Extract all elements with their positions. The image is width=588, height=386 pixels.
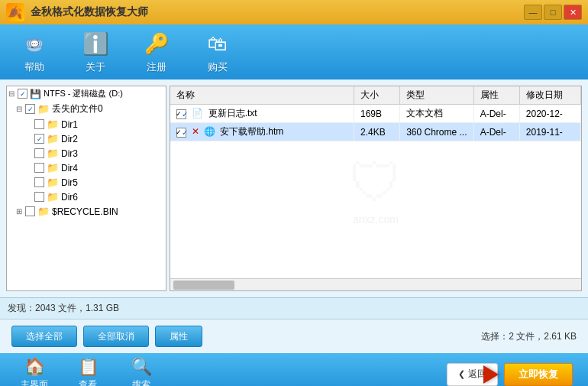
checkbox-root[interactable]: ✓ (18, 89, 27, 99)
watermark-text: anxz.com (353, 213, 399, 225)
checkbox-lost[interactable]: ✓ (25, 104, 35, 114)
nav-home[interactable]: 🏠 主界面 (15, 357, 53, 386)
view-label: 查看 (79, 378, 97, 386)
folder-icon-dir2: 📁 (47, 133, 59, 144)
watermark-shield-icon: 🛡 (349, 152, 402, 213)
expand-icon-root[interactable]: ⊟ (8, 89, 16, 98)
file-date-1: 2020-12- (519, 105, 580, 123)
tree-label-dir1: Dir1 (61, 119, 78, 130)
tree-item-dir5[interactable]: 📁 Dir5 (7, 175, 166, 190)
title-bar: 🍂 金秋格式化数据恢复大师 — □ ✕ (0, 0, 588, 24)
checkbox-dir3[interactable] (34, 148, 44, 158)
toolbar-register[interactable]: 🔑 注册 (137, 30, 176, 74)
help-icon: 💬 (21, 30, 48, 57)
tree-item-recycle[interactable]: ⊞ 📁 $RECYCLE.BIN (7, 204, 166, 219)
scrollbar-horizontal[interactable] (170, 278, 581, 290)
folder-icon-dir6: 📁 (47, 191, 59, 203)
recover-button[interactable]: 立即恢复 (504, 363, 573, 386)
col-attr[interactable]: 属性 (473, 86, 519, 105)
file-icon-htm: 🌐 (204, 126, 215, 137)
buy-label: 购买 (208, 60, 228, 74)
tree-item-dir1[interactable]: 📁 Dir1 (7, 117, 166, 131)
tree-item-dir2[interactable]: ✓ 📁 Dir2 (7, 131, 166, 146)
close-button[interactable]: ✕ (564, 5, 582, 20)
deselect-all-button[interactable]: 全部取消 (83, 326, 149, 347)
tree-label-dir2: Dir2 (61, 134, 78, 144)
content-area: ⊟ ✓ 💾 NTFS - 逻辑磁盘 (D:) ⊟ ✓ 📁 丢失的文件0 📁 Di… (0, 79, 588, 297)
home-icon: 🏠 (24, 357, 45, 377)
status-bar: 发现：2043 文件，1.31 GB (0, 297, 588, 319)
tree-panel[interactable]: ⊟ ✓ 💾 NTFS - 逻辑磁盘 (D:) ⊟ ✓ 📁 丢失的文件0 📁 Di… (6, 86, 166, 291)
drive-icon: 💾 (30, 89, 41, 99)
file-table: 名称 大小 类型 属性 修改日期 ✓ 📄 更新日志.txt 169B 文本文档 (170, 86, 581, 141)
minimize-button[interactable]: — (524, 5, 542, 20)
checkbox-dir6[interactable] (34, 192, 44, 202)
file-panel[interactable]: 🛡 anxz.com 名称 大小 类型 属性 修改日期 ✓ 📄 更新日志 (170, 86, 582, 291)
col-size[interactable]: 大小 (354, 86, 400, 105)
nav-right: ❮ 返回 立即恢复 (447, 363, 573, 386)
checkbox-recycle[interactable] (25, 206, 35, 216)
tree-label-recycle: $RECYCLE.BIN (52, 206, 118, 217)
file-x-icon: ✕ (192, 126, 199, 137)
tree-item-dir6[interactable]: 📁 Dir6 (7, 190, 166, 204)
file-name-2: 安下载帮助.htm (220, 126, 283, 137)
checkbox-dir5[interactable] (34, 177, 44, 187)
scrollbar-thumb[interactable] (173, 281, 234, 290)
register-icon: 🔑 (143, 30, 170, 57)
file-row[interactable]: ✓ ✕ 🌐 安下载帮助.htm 2.4KB 360 Chrome ... A-D… (170, 123, 581, 141)
expand-icon-recycle[interactable]: ⊞ (16, 207, 24, 216)
tree-item-root[interactable]: ⊟ ✓ 💾 NTFS - 逻辑磁盘 (D:) (7, 86, 166, 101)
nav-bar: 🏠 主界面 📋 查看 🔍 搜索 ❮ 返回 立即恢复 (0, 353, 588, 386)
checkbox-dir2[interactable]: ✓ (34, 134, 44, 144)
folder-icon-lost: 📁 (37, 103, 50, 115)
select-info: 选择：2 文件，2.61 KB (481, 330, 577, 343)
tree-label-dir4: Dir4 (61, 163, 78, 174)
file-icon-txt: 📄 (192, 108, 203, 118)
file-size-2: 2.4KB (354, 123, 400, 141)
about-label: 关于 (86, 60, 105, 74)
nav-search[interactable]: 🔍 搜索 (122, 357, 160, 386)
tree-label-root: NTFS - 逻辑磁盘 (D:) (44, 88, 123, 99)
search-icon: 🔍 (131, 357, 152, 377)
folder-icon-dir4: 📁 (47, 162, 59, 174)
toolbar-help[interactable]: 💬 帮助 (15, 30, 53, 74)
properties-button[interactable]: 属性 (155, 326, 202, 347)
maximize-button[interactable]: □ (544, 5, 562, 20)
file-attr-2: A-Del- (473, 123, 519, 141)
file-attr-1: A-Del- (473, 105, 519, 123)
file-date-2: 2019-11- (519, 123, 580, 141)
nav-view[interactable]: 📋 查看 (69, 357, 107, 386)
col-date[interactable]: 修改日期 (519, 86, 580, 105)
col-name[interactable]: 名称 (170, 86, 354, 105)
toolbar-buy[interactable]: 🛍 购买 (199, 30, 237, 74)
toolbar: 💬 帮助 ℹ️ 关于 🔑 注册 🛍 购买 (0, 24, 588, 79)
status-text: 发现：2043 文件，1.31 GB (8, 302, 119, 315)
tree-item-dir4[interactable]: 📁 Dir4 (7, 161, 166, 175)
checkbox-dir1[interactable] (34, 119, 44, 129)
nav-items: 🏠 主界面 📋 查看 🔍 搜索 (15, 357, 160, 386)
file-name-1: 更新日志.txt (208, 108, 257, 118)
expand-icon-lost[interactable]: ⊟ (16, 105, 24, 113)
tree-label-dir3: Dir3 (61, 148, 78, 159)
tree-label-dir6: Dir6 (61, 192, 78, 203)
tree-item-dir3[interactable]: 📁 Dir3 (7, 146, 166, 161)
svg-text:💬: 💬 (30, 39, 40, 49)
tree-label-lost: 丢失的文件0 (52, 102, 103, 115)
select-all-button[interactable]: 选择全部 (11, 326, 77, 347)
recover-label: 立即恢复 (519, 368, 558, 380)
col-type[interactable]: 类型 (400, 86, 474, 105)
app-logo: 🍂 (6, 3, 24, 21)
file-size-1: 169B (354, 105, 400, 123)
checkbox-dir4[interactable] (34, 163, 44, 173)
file-checkbox-2[interactable]: ✓ (176, 128, 186, 138)
window-controls: — □ ✕ (524, 5, 582, 20)
back-chevron-icon: ❮ (458, 369, 465, 379)
file-row[interactable]: ✓ 📄 更新日志.txt 169B 文本文档 A-Del- 2020-12- (170, 105, 581, 123)
buy-icon: 🛍 (204, 30, 231, 57)
folder-icon-dir3: 📁 (47, 148, 59, 159)
register-label: 注册 (147, 60, 166, 74)
tree-item-lost[interactable]: ⊟ ✓ 📁 丢失的文件0 (7, 101, 166, 117)
file-checkbox-1[interactable]: ✓ (176, 109, 186, 119)
file-type-1: 文本文档 (400, 105, 474, 123)
toolbar-about[interactable]: ℹ️ 关于 (76, 30, 115, 74)
